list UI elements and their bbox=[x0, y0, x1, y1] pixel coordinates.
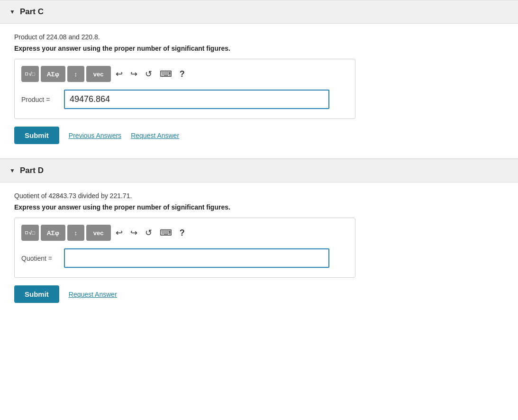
part-d-request-answer-button[interactable]: Request Answer bbox=[69, 291, 117, 298]
part-d-help-btn[interactable]: ? bbox=[177, 226, 188, 240]
part-c-refresh-btn[interactable]: ↺ bbox=[142, 67, 155, 81]
part-c-submit-button[interactable]: Submit bbox=[14, 127, 59, 144]
part-d-redo-btn[interactable]: ↪ bbox=[127, 226, 140, 240]
part-c-answer-input[interactable] bbox=[64, 90, 329, 109]
part-d-answer-box: √□ ΑΣφ ↕ vec ↩ ↪ ↺ bbox=[14, 218, 355, 278]
part-c-section: ▼ Part C Product of 224.08 and 220.8. Ex… bbox=[0, 0, 518, 158]
part-d-problem: Quotient of 42843.73 divided by 221.71. bbox=[14, 192, 504, 200]
part-d-greek-btn[interactable]: ΑΣφ bbox=[41, 225, 65, 241]
part-d-label: Part D bbox=[20, 166, 44, 175]
part-c-redo-btn[interactable]: ↪ bbox=[127, 67, 140, 81]
part-c-body: Product of 224.08 and 220.8. Express you… bbox=[0, 24, 518, 158]
part-c-input-label: Product = bbox=[21, 96, 59, 103]
part-c-help-btn[interactable]: ? bbox=[177, 67, 188, 81]
part-d-body: Quotient of 42843.73 divided by 221.71. … bbox=[0, 183, 518, 317]
part-d-toolbar: √□ ΑΣφ ↕ vec ↩ ↪ ↺ bbox=[21, 225, 348, 241]
part-c-undo-btn[interactable]: ↩ bbox=[113, 67, 126, 81]
part-d-instruction: Express your answer using the proper num… bbox=[14, 203, 504, 211]
part-d-answer-input[interactable] bbox=[64, 248, 329, 268]
part-c-actions: Submit Previous Answers Request Answer bbox=[14, 127, 504, 144]
part-c-matrix-btn[interactable]: √□ bbox=[21, 66, 39, 82]
part-c-vec-btn[interactable]: vec bbox=[86, 66, 111, 82]
part-d-submit-button[interactable]: Submit bbox=[14, 285, 59, 303]
part-d-matrix-btn[interactable]: √□ bbox=[21, 225, 39, 241]
part-c-label: Part C bbox=[20, 7, 44, 17]
part-d-refresh-btn[interactable]: ↺ bbox=[142, 226, 155, 240]
part-d-input-label: Quotient = bbox=[21, 255, 59, 262]
part-d-keyboard-btn[interactable]: ⌨ bbox=[157, 226, 175, 240]
part-d-input-row: Quotient = bbox=[21, 248, 348, 268]
part-c-previous-answers-button[interactable]: Previous Answers bbox=[69, 132, 121, 139]
part-d-actions: Submit Request Answer bbox=[14, 285, 504, 303]
part-c-keyboard-btn[interactable]: ⌨ bbox=[157, 67, 175, 81]
part-d-collapse-arrow[interactable]: ▼ bbox=[9, 167, 15, 174]
part-d-vec-btn[interactable]: vec bbox=[86, 225, 111, 241]
part-d-updown-btn[interactable]: ↕ bbox=[67, 225, 84, 241]
part-c-greek-btn[interactable]: ΑΣφ bbox=[41, 66, 65, 82]
part-c-request-answer-button[interactable]: Request Answer bbox=[131, 132, 179, 139]
part-d-header: ▼ Part D bbox=[0, 159, 518, 183]
part-c-collapse-arrow[interactable]: ▼ bbox=[9, 9, 15, 15]
part-d-section: ▼ Part D Quotient of 42843.73 divided by… bbox=[0, 159, 518, 317]
part-c-input-row: Product = bbox=[21, 90, 348, 109]
part-d-undo-btn[interactable]: ↩ bbox=[113, 226, 126, 240]
part-c-answer-box: √□ ΑΣφ ↕ vec ↩ ↪ ↺ bbox=[14, 59, 355, 119]
part-c-problem: Product of 224.08 and 220.8. bbox=[14, 33, 504, 41]
part-c-toolbar: √□ ΑΣφ ↕ vec ↩ ↪ ↺ bbox=[21, 66, 348, 82]
part-c-updown-btn[interactable]: ↕ bbox=[67, 66, 84, 82]
part-c-instruction: Express your answer using the proper num… bbox=[14, 45, 504, 52]
part-c-header: ▼ Part C bbox=[0, 0, 518, 24]
